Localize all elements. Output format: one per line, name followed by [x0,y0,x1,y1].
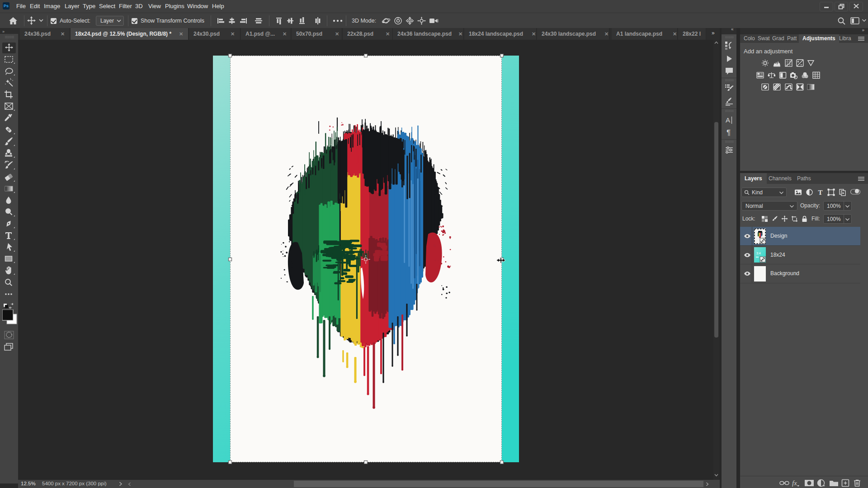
svg-text:3:4: 3:4 [756,252,761,255]
svg-text:¶: ¶ [726,128,731,137]
svg-text:A: A [726,116,730,124]
svg-text:T: T [818,189,823,196]
svg-text:fx: fx [792,479,797,487]
